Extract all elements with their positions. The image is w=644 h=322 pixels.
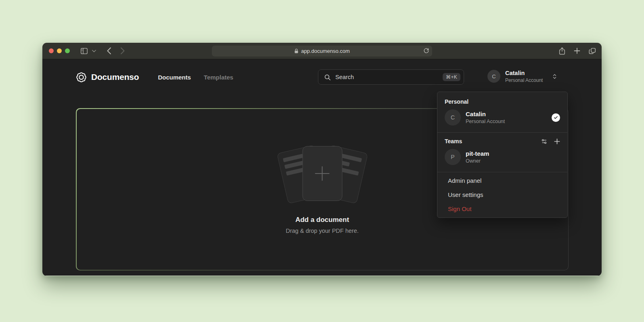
document-card-add <box>302 146 342 201</box>
window-controls <box>49 48 70 53</box>
brand-name: Documenso <box>91 72 139 82</box>
menu-item-sign-out[interactable]: Sign Out <box>437 202 567 216</box>
account-type: Personal Account <box>505 77 543 83</box>
add-team-plus-icon[interactable] <box>554 138 560 144</box>
zoom-window-button[interactable] <box>65 48 70 53</box>
sidebar-icon[interactable] <box>80 48 88 54</box>
nav-templates[interactable]: Templates <box>204 74 233 81</box>
account-menu-trigger[interactable]: C Catalin Personal Account <box>487 70 558 83</box>
minimize-window-button[interactable] <box>57 48 62 53</box>
personal-section-label: Personal <box>444 97 561 107</box>
documents-illustration <box>276 145 369 205</box>
teams-section-label: Teams <box>445 138 462 144</box>
menu-divider <box>437 172 567 172</box>
share-icon[interactable] <box>559 47 565 55</box>
personal-avatar: C <box>445 109 461 125</box>
plus-icon <box>314 165 331 182</box>
manage-teams-icon[interactable] <box>541 138 547 144</box>
documenso-badge-icon <box>76 72 87 83</box>
team-item[interactable]: P pit-team Owner <box>444 147 561 167</box>
search-icon <box>324 74 331 81</box>
menu-item-user-settings[interactable]: User settings <box>437 188 567 202</box>
reload-icon[interactable] <box>423 48 429 54</box>
team-role: Owner <box>466 158 489 164</box>
account-dropdown-menu: Personal C Catalin Personal Account <box>437 92 568 218</box>
team-name: pit-team <box>466 150 489 157</box>
url-text: app.documenso.com <box>301 48 350 54</box>
documenso-logo[interactable]: Documenso <box>76 72 139 83</box>
address-bar[interactable]: app.documenso.com <box>212 46 432 56</box>
nav-documents[interactable]: Documents <box>158 74 191 81</box>
search-placeholder: Search <box>335 74 354 80</box>
dropzone-subtitle: Drag & drop your PDF here. <box>286 228 359 234</box>
page-content: Documenso Documents Templates Search ⌘+K… <box>42 59 602 276</box>
browser-toolbar: app.documenso.com <box>42 43 602 59</box>
search-input[interactable]: Search ⌘+K <box>318 69 464 85</box>
main-nav: Documents Templates <box>158 74 233 81</box>
dropzone-title: Add a document <box>295 216 349 224</box>
personal-account-item[interactable]: C Catalin Personal Account <box>444 107 561 128</box>
forward-button-icon[interactable] <box>120 47 125 54</box>
desktop-background: app.documenso.com <box>0 0 644 322</box>
personal-description: Personal Account <box>466 119 505 124</box>
new-tab-plus-icon[interactable] <box>574 48 580 54</box>
team-avatar: P <box>445 149 461 165</box>
search-shortcut-badge: ⌘+K <box>443 73 460 81</box>
lock-icon <box>294 48 299 54</box>
browser-window: app.documenso.com <box>42 43 602 276</box>
selected-check-icon <box>552 113 560 122</box>
menu-divider <box>437 132 567 133</box>
app-header: Documenso Documents Templates Search ⌘+K… <box>42 59 602 95</box>
menu-item-admin-panel[interactable]: Admin panel <box>437 174 567 188</box>
back-button-icon[interactable] <box>107 47 111 54</box>
account-name: Catalin <box>505 70 543 77</box>
tab-overview-icon[interactable] <box>589 48 596 54</box>
sidebar-chevron-down-icon[interactable] <box>92 50 96 52</box>
chevrons-up-down-icon <box>552 73 558 79</box>
close-window-button[interactable] <box>49 48 54 53</box>
account-avatar: C <box>487 70 500 83</box>
personal-name: Catalin <box>466 111 505 118</box>
